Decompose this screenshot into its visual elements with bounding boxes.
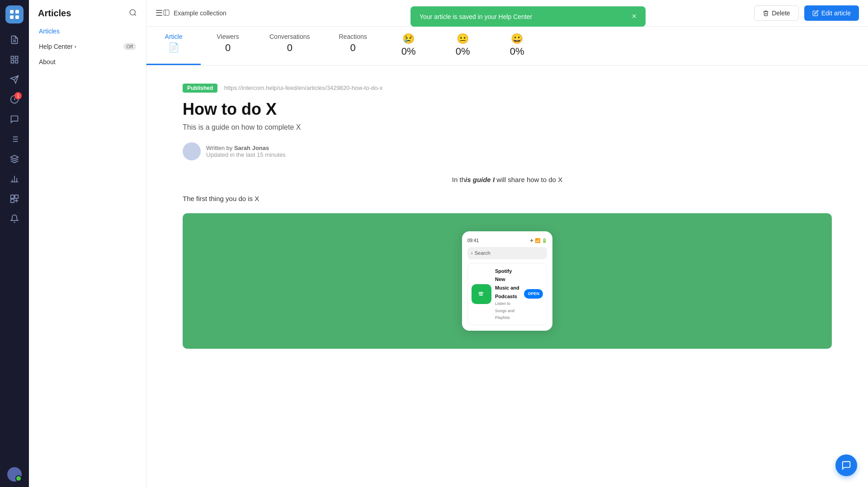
body-intro: In th [452,176,465,183]
tab-reaction-neutral[interactable]: 😐 0% [436,27,490,65]
nav-icon-send[interactable] [5,70,24,89]
header-actions: Delete Edit article [754,5,859,21]
stats-bar: Article 📄 Viewers 0 Conversations 0 Reac… [146,27,868,66]
svg-rect-29 [164,10,169,15]
tab-viewers-value: 0 [225,42,231,54]
phone-search-bar: ‹ Search [467,247,547,259]
chat-button[interactable] [835,454,857,476]
main-content: Your article is saved in your Help Cente… [146,0,868,487]
icon-rail: 1 [0,0,29,487]
body-guide: is guide I [465,176,495,183]
article-title: How to do X [183,100,832,119]
sidebar-nav: Articles Help Center › Off About [29,24,146,70]
article-body: In this guide I will share how to do X T… [183,174,832,349]
svg-rect-8 [11,61,14,63]
sidebar-item-help-center-label: Help Center [39,43,73,50]
user-avatar[interactable] [7,467,22,482]
author-info: Written by Sarah Jonas Updated in the la… [206,145,286,158]
phone-status-bar: 09:41 ✈ 📶 🔋 [467,237,547,244]
chevron-right-icon: › [75,43,76,50]
nav-icon-list[interactable] [5,130,24,148]
tab-article-label: Article [165,33,183,40]
phone-back-icon: ‹ [471,249,473,258]
nav-icon-bell[interactable] [5,210,24,228]
toast-message: Your article is saved in your Help Cente… [420,13,532,20]
svg-rect-7 [15,56,18,59]
reaction-happy-emoji: 😀 [511,33,523,45]
phone-app-card: Spotify New Music and Podcasts Listen to… [467,263,547,326]
app-logo[interactable] [5,5,24,23]
phone-search-label: Search [475,249,491,258]
article-subtitle: This is a guide on how to complete X [183,123,832,131]
svg-rect-25 [15,195,19,199]
nav-icon-layers[interactable] [5,150,24,168]
article-body-center: In this guide I will share how to do X [183,174,832,186]
svg-rect-1 [15,10,19,14]
nav-icon-articles[interactable] [5,31,24,49]
edit-article-button[interactable]: Edit article [804,5,859,21]
search-icon[interactable] [129,9,137,19]
toast-notification: Your article is saved in your Help Cente… [410,6,646,27]
delete-button[interactable]: Delete [754,5,798,21]
svg-rect-0 [10,10,14,14]
article-image: 09:41 ✈ 📶 🔋 ‹ Search Spotify New Music a… [183,213,832,349]
sidebar-item-articles-label: Articles [39,28,60,35]
hamburger-icon[interactable]: ☰ [156,8,163,18]
svg-rect-26 [11,199,14,203]
reaction-neutral-emoji: 😐 [457,33,469,45]
phone-app-desc: Listen to Songs and Playlists [495,300,520,321]
inbox-badge: 1 [14,92,22,99]
collection-icon [163,9,170,18]
tab-reaction-sad[interactable]: 😢 0% [382,27,436,65]
tab-reaction-happy[interactable]: 😀 0% [490,27,544,65]
tab-conversations[interactable]: Conversations 0 [255,27,325,65]
tab-viewers[interactable]: Viewers 0 [201,27,255,65]
sidebar-title: Articles [38,8,71,19]
phone-mockup: 09:41 ✈ 📶 🔋 ‹ Search Spotify New Music a… [462,231,552,331]
toast-close-button[interactable]: × [632,12,637,21]
sidebar-header: Articles [29,0,146,24]
updated-text: Updated in the last 15 minutes [206,151,286,158]
svg-point-27 [130,9,135,15]
sidebar-item-about[interactable]: About [34,55,141,69]
written-by-text: Written by Sarah Jonas [206,145,286,151]
article-content: Published https://intercom.help/ui-feed/… [146,66,868,487]
tab-reactions-value: 0 [350,42,356,54]
svg-rect-24 [11,195,14,199]
svg-marker-19 [11,155,19,159]
svg-rect-2 [10,15,14,19]
help-center-toggle[interactable]: Off [123,43,136,50]
phone-open-button[interactable]: OPEN [524,289,543,299]
article-meta-row: Published https://intercom.help/ui-feed/… [183,84,832,93]
nav-icon-apps[interactable] [5,190,24,208]
sidebar-item-articles[interactable]: Articles [34,24,141,38]
spotify-app-icon [472,284,491,304]
phone-app-info: Spotify New Music and Podcasts Listen to… [495,267,520,322]
body-rest: will share how to do X [495,176,562,183]
collection-name: Example collection [174,9,226,17]
tab-reactions-label: Reactions [339,33,367,40]
sidebar-item-help-center[interactable]: Help Center › Off [34,39,141,54]
article-body-line2: The first thing you do is X [183,193,832,205]
published-badge: Published [183,84,217,93]
nav-icon-bar-chart[interactable] [5,170,24,188]
tab-viewers-label: Viewers [217,33,239,40]
reaction-happy-value: 0% [510,46,524,57]
nav-icon-chat[interactable] [5,110,24,128]
reaction-neutral-value: 0% [456,46,470,57]
tab-reactions[interactable]: Reactions 0 [325,27,382,65]
breadcrumb: Example collection [163,9,226,18]
written-by-label: Written by [206,145,232,151]
svg-rect-6 [11,56,14,59]
reaction-sad-value: 0% [401,46,416,57]
article-url[interactable]: https://intercom.help/ui-feed/en/article… [224,84,382,91]
nav-icon-dashboard[interactable] [5,51,24,69]
sidebar: Articles Articles Help Center › Off Abou… [29,0,146,487]
tab-article[interactable]: Article 📄 [146,27,201,65]
phone-app-title: Spotify New Music and Podcasts [495,267,520,301]
phone-icons: ✈ 📶 🔋 [530,237,547,244]
svg-rect-9 [15,61,18,63]
svg-rect-3 [15,15,19,19]
nav-icon-inbox[interactable]: 1 [5,90,24,108]
author-avatar [183,142,201,160]
